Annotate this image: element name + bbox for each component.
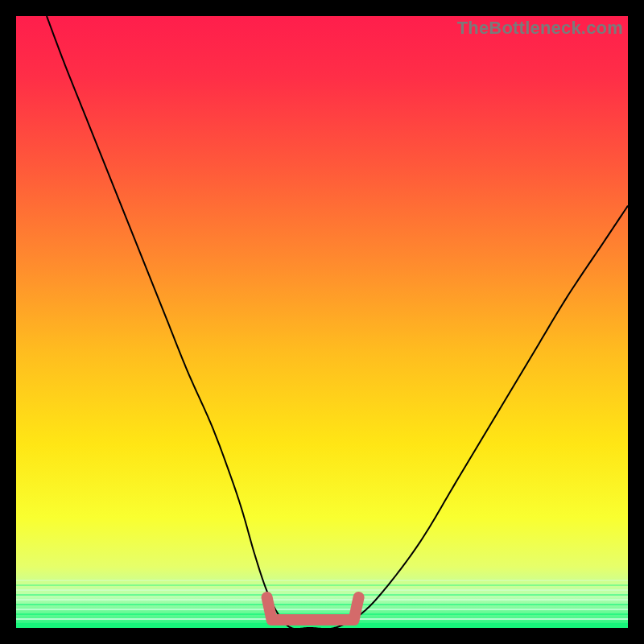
svg-rect-5 [16, 599, 628, 601]
svg-rect-2 [16, 584, 628, 586]
gradient-background [16, 16, 628, 628]
svg-rect-7 [16, 609, 628, 610]
svg-rect-4 [16, 594, 628, 596]
watermark-label: TheBottleneck.com [457, 18, 623, 39]
svg-rect-6 [16, 604, 628, 605]
chart-svg [16, 16, 628, 628]
plot-area: TheBottleneck.com [16, 16, 628, 628]
svg-rect-3 [16, 589, 628, 591]
chart-frame: TheBottleneck.com [16, 16, 628, 628]
svg-rect-1 [16, 580, 628, 581]
